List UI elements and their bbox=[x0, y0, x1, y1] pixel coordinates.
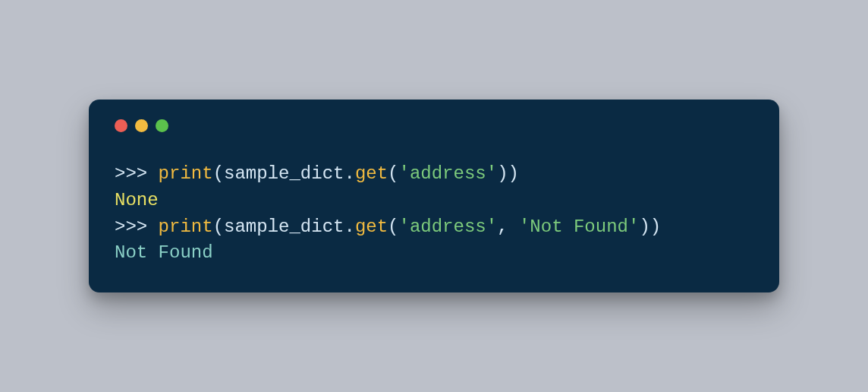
code-line-2: None bbox=[115, 188, 753, 214]
repl-prompt: >>> bbox=[115, 163, 159, 184]
token-identifier: sample_dict bbox=[224, 217, 344, 237]
maximize-icon bbox=[156, 119, 168, 132]
code-line-4: Not Found bbox=[115, 240, 753, 267]
code-block: >>> print(sample_dict.get('address'))Non… bbox=[115, 161, 753, 267]
token-punctuation: . bbox=[344, 217, 354, 237]
token-punctuation: ( bbox=[213, 217, 224, 237]
token-string: 'Not Found' bbox=[519, 217, 639, 237]
code-line-1: >>> print(sample_dict.get('address')) bbox=[115, 161, 753, 188]
token-punctuation: )) bbox=[497, 163, 519, 184]
token-function: print bbox=[159, 217, 213, 237]
token-function: print bbox=[159, 163, 213, 184]
token-identifier: sample_dict bbox=[224, 163, 344, 184]
token-output: Not Found bbox=[115, 242, 213, 263]
token-string: 'address' bbox=[399, 163, 498, 184]
token-punctuation: . bbox=[344, 163, 354, 184]
token-punctuation: ( bbox=[388, 217, 398, 237]
close-icon bbox=[115, 119, 127, 132]
minimize-icon bbox=[135, 119, 148, 132]
token-punctuation: ( bbox=[213, 163, 224, 184]
window-titlebar bbox=[115, 119, 753, 132]
token-method: get bbox=[355, 217, 388, 237]
token-punctuation: )) bbox=[639, 217, 661, 237]
code-window: >>> print(sample_dict.get('address'))Non… bbox=[89, 100, 779, 292]
token-method: get bbox=[355, 163, 388, 184]
code-line-3: >>> print(sample_dict.get('address', 'No… bbox=[115, 214, 753, 241]
token-string: 'address' bbox=[399, 217, 498, 237]
repl-prompt: >>> bbox=[115, 217, 159, 237]
token-punctuation: , bbox=[497, 217, 519, 237]
token-punctuation: ( bbox=[388, 163, 398, 184]
token-none-output: None bbox=[115, 190, 159, 210]
